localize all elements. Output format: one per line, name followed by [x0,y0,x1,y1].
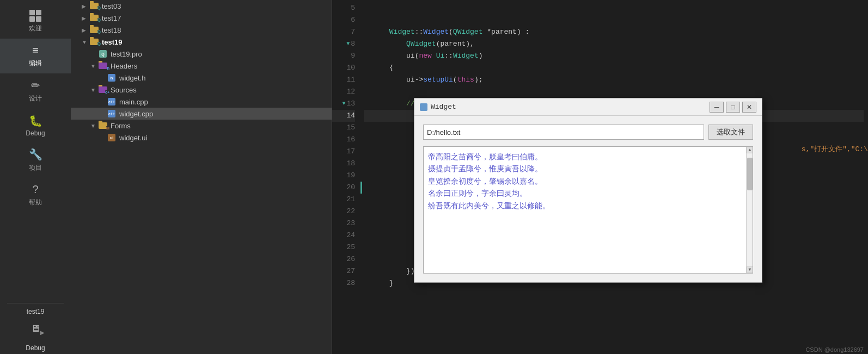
sidebar-label-welcome: 欢迎 [29,24,42,33]
dialog-maximize-button[interactable]: □ [726,102,740,113]
tree-label-test17: test17 [102,14,121,22]
tree-item-widgetui[interactable]: ui widget.ui [71,132,332,144]
arrow-headers: ▼ [90,63,98,69]
editor-panel: 5 6 7 ▼8 9 10 11 12 ▼13 14 15 16 17 18 1… [332,0,868,354]
code-area[interactable]: Widget::Widget(QWidget *parent) : QWidge… [359,0,868,354]
sidebar-item-monitor[interactable]: 🖥 ▶ [0,318,71,342]
tree-label-forms: Forms [111,122,131,130]
help-icon: ? [32,183,38,196]
arrow-test17: ▶ [82,15,89,21]
tree-label-test18: test18 [102,26,121,34]
sidebar-label-project: 项目 [29,163,42,172]
arrow-test18: ▶ [82,27,89,33]
file-icon-pro: Q [98,49,108,58]
tree-item-sources[interactable]: ▼ c+ Sources [71,84,332,96]
project-name-label: test19 [0,306,71,318]
tree-label-maincpp: main.cpp [119,98,148,106]
sidebar-item-welcome[interactable]: 欢迎 [0,4,71,39]
tree-item-widgeth[interactable]: h widget.h [71,72,332,84]
dialog-content: 选取文件 帝高阳之苗裔兮，朕皇考曰伯庸。 摄提贞于孟陬兮，惟庚寅吾以降。 皇览揆… [414,116,762,282]
folder-icon-test18 [89,26,99,34]
code-line-5 [364,2,864,14]
sidebar-item-edit[interactable]: ≡ 编辑 [0,39,71,73]
wrench-icon: 🔧 [29,148,42,161]
folder-icon-sources: c+ [98,85,108,94]
dialog-window: Widget ─ □ ✕ 选取文件 帝高阳之苗裔兮，朕皇考曰伯庸。 摄提贞于孟陬… [414,98,762,283]
text-display-inner: 帝高阳之苗裔兮，朕皇考曰伯庸。 摄提贞于孟陬兮，惟庚寅吾以降。 皇览揆余初度兮，… [428,151,748,269]
folder-icon-test17 [89,14,99,22]
dialog-minimize-button[interactable]: ─ [710,102,724,113]
folder-icon-forms: ui [98,121,108,130]
sidebar-item-debug-top[interactable]: 🐛 Debug [0,109,71,142]
tree-item-test03[interactable]: ▶ test03 [71,0,332,12]
tree-item-forms[interactable]: ▼ ui Forms [71,120,332,132]
scrollbar-down-arrow[interactable]: ▼ [747,266,753,273]
dialog-controls: ─ □ ✕ [710,102,756,113]
right-overflow-code: s,"打开文件","C:\ [802,144,868,156]
line-numbers: 5 6 7 ▼8 9 10 11 12 ▼13 14 15 16 17 18 1… [332,0,359,354]
bottom-bar-text: CSDN @dong132697 [805,346,864,353]
code-line-7: QWidget(parent), [364,26,864,38]
dialog-row-file: 选取文件 [423,125,753,140]
tree-item-headers[interactable]: ▼ h Headers [71,60,332,72]
scrollbar-thumb[interactable] [747,158,753,190]
code-line-10: ui->setupUi(this); [364,62,864,74]
tree-item-test19pro[interactable]: Q test19.pro [71,48,332,60]
sidebar-item-help[interactable]: ? 帮助 [0,178,71,213]
file-icon-maincpp: c++ [107,97,117,106]
sidebar: 欢迎 ≡ 编辑 ✏ 设计 🐛 Debug 🔧 项目 ? 帮助 test19 🖥 … [0,0,71,354]
tree-label-sources: Sources [111,86,137,94]
tree-label-test19pro: test19.pro [111,50,142,58]
dialog-titlebar: Widget ─ □ ✕ [414,98,762,116]
tree-label-widgetui: widget.ui [119,134,147,142]
file-icon-widgetcpp: c++ [107,109,117,118]
folder-icon-test03 [89,2,99,10]
folder-icon-headers: h [98,61,108,70]
sidebar-label-design: 设计 [29,94,42,103]
arrow-forms: ▼ [90,123,98,129]
sidebar-label-edit: 编辑 [29,59,42,68]
bottom-bar: CSDN @dong132697 [801,345,868,354]
edit-icon: ≡ [32,44,39,57]
text-line-5: 纷吾既有此内美兮，又重之以修能。 [428,200,748,212]
file-tree-panel: ▶ test03 ▶ test17 ▶ test18 ▼ test19 Q te… [71,0,332,354]
tree-item-test17[interactable]: ▶ test17 [71,12,332,24]
file-icon-h: h [107,73,117,82]
code-line-12: //点击选取文件按钮，弹出文件对话框 [364,86,864,98]
sidebar-item-project[interactable]: 🔧 项目 [0,142,71,178]
dialog-title-text: Widget [431,101,456,113]
sidebar-separator [7,303,64,303]
tree-item-test19[interactable]: ▼ test19 [71,36,332,48]
tree-item-maincpp[interactable]: c++ main.cpp [71,96,332,108]
scrollbar-vertical[interactable]: ▲ ▼ [746,147,753,273]
monitor-icon: 🖥 ▶ [30,323,40,334]
text-line-1: 帝高阳之苗裔兮，朕皇考曰伯庸。 [428,151,748,163]
code-line-6: Widget::Widget(QWidget *parent) : [364,14,864,26]
scrollbar-up-arrow[interactable]: ▲ [747,147,753,153]
sidebar-label-debug: Debug [26,129,45,137]
tree-label-widgetcpp: widget.cpp [119,110,153,118]
tree-item-test18[interactable]: ▶ test18 [71,24,332,36]
arrow-test03: ▶ [82,3,89,9]
arrow-test19: ▼ [82,39,89,45]
sidebar-item-design[interactable]: ✏ 设计 [0,73,71,109]
dialog-app-icon [420,103,427,111]
sidebar-debug-bottom-label: Debug [0,342,71,354]
select-file-button[interactable]: 选取文件 [708,125,753,140]
tree-label-test19: test19 [102,38,123,46]
tree-label-widgeth: widget.h [119,74,145,82]
tree-label-headers: Headers [111,62,137,70]
dialog-close-button[interactable]: ✕ [742,102,756,113]
code-line-8: ui(new Ui::Widget) [364,38,864,50]
grid-icon [29,10,41,22]
code-line-11 [364,74,864,86]
bug-icon: 🐛 [29,114,42,127]
file-path-input[interactable] [423,125,704,140]
arrow-sources: ▼ [90,87,98,93]
dialog-title-left: Widget [420,101,456,113]
design-icon: ✏ [31,79,40,92]
folder-icon-test19 [89,38,99,46]
text-line-4: 名余曰正则兮，字余曰灵均。 [428,188,748,200]
text-line-2: 摄提贞于孟陬兮，惟庚寅吾以降。 [428,163,748,175]
tree-item-widgetcpp[interactable]: c++ widget.cpp [71,108,332,120]
